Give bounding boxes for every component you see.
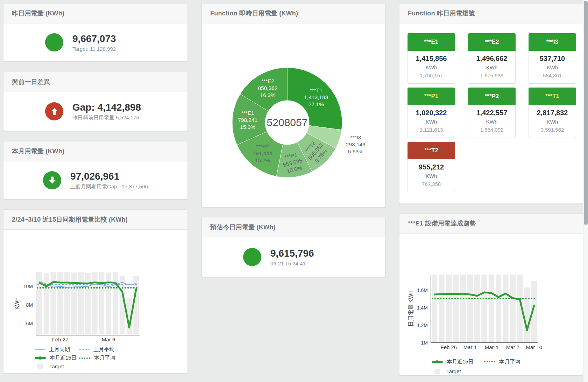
target-bar [496,275,501,343]
tile-body: 955,212KWh762,358 [408,159,455,192]
target-bar [510,275,516,343]
y-tick-label: 6M [26,321,33,326]
target-bar [446,275,452,343]
donut-label-line: 293,149 [346,141,366,147]
tile-unit: KWh [468,63,515,71]
estimate-card: 預估今日用電量 (KWh) 9,615,796 06-21 15:34:41 [201,217,385,277]
tile-body: 537,710KWh584,861 [529,51,576,84]
legend-item-last-month-avg[interactable]: 上月平均 [79,346,142,353]
tile-unit: KWh [529,63,576,71]
tile-body: 1,496,662KWh1,675,939 [468,51,516,84]
tile-body: 1,415,856KWh1,700,157 [408,51,455,84]
legend-label: 本月平均 [499,359,520,365]
tile-label: ***P2 [468,88,516,105]
legend-item-last-month[interactable]: 上月同期 [35,346,79,353]
tile-label: ***P1 [408,88,455,105]
tile-unit: KWh [408,63,455,71]
y-axis-label: 日用電量 KWh [408,291,414,327]
donut-label-line: 15.3% [240,124,255,130]
target-bar [85,273,91,335]
x-tick-label: Mar 1 [463,344,477,350]
target-bar [503,275,508,343]
legend-label: Target [446,368,461,374]
donut-label-line: 1,413,183 [304,94,328,100]
tile-target-value: 1,684,092 [468,126,515,134]
donut-label-line: 850,362 [258,85,278,91]
card-title: 本月用電量 (KWh) [3,141,187,161]
tile-value: 1,496,662 [468,54,515,63]
status-tile-p2[interactable]: ***P21,422,557KWh1,684,092 [468,88,516,138]
day-gap-card: 與前一日差異 Gap: 4,142,898 昨日與前日用電量 5,524,175 [3,72,188,131]
legend-label: 本月近15日 [50,355,77,361]
status-tile-t1[interactable]: ***T12,817,832KWh3,591,562 [529,88,576,138]
donut-label-line: ***E2 [261,78,274,84]
left-column: 昨日用電量 (KWh) 9,667,073 Target: 11,128,992… [3,3,188,375]
tile-target-value: 1,700,157 [408,71,455,79]
card-title: Function 即時日用電量 (KWh) [202,4,385,23]
up-arrow-icon [45,102,63,120]
card-title: 預估今日用電量 (KWh) [202,217,385,237]
stat-text: 9,615,796 06-21 15:34:41 [270,248,344,266]
compare-chart-card: 2/24~3/10 近15日同期用電量比較 (KWh) 6M8M10MFeb 2… [3,209,188,374]
legend-label: 本月平均 [94,355,115,361]
green-status-circle-icon [45,33,63,51]
estimate-body: 9,615,796 06-21 15:34:41 [202,237,385,277]
donut-slice-label: ***I3293,1495.63% [346,134,366,154]
x-tick-label: Mar 4 [485,344,498,350]
legend-item-target[interactable]: Target [432,367,484,375]
target-bar [64,272,70,335]
card-title: Function 昨日用電燈號 [399,4,583,23]
month-usage-value: 97,026,961 [70,171,148,182]
target-bar [113,272,118,335]
legend-item-this-month[interactable]: 本月近15日 [432,357,484,366]
yesterday-usage-target: Target: 11,128,992 [72,46,146,52]
tile-unit: KWh [408,172,455,180]
legend-item-this-month-avg[interactable]: 本月平均 [79,354,142,362]
tile-value: 1,422,557 [468,108,515,118]
card-title: 與前一日差異 [3,72,187,92]
trend-legend: 本月近15日 本月平均 Target [399,357,583,375]
compare-legend: 上月同期 上月平均 本月近15日 本月平均 Target [3,346,187,370]
tile-label: ***E2 [468,33,516,51]
month-usage-gap: 上個月同期用電Gap: -17,377,566 [70,183,148,190]
blue-dash-swatch [79,349,90,350]
scrollbar-thumb[interactable] [584,1,588,225]
realtime-donut-card: Function 即時日用電量 (KWh) ***T11,413,18327.1… [201,3,385,208]
tile-target-value: 762,358 [408,180,455,188]
status-tile-t2[interactable]: ***T2955,212KWh762,358 [408,142,455,192]
tile-unit: KWh [468,118,515,126]
target-bar [467,275,473,343]
target-bar [71,272,77,335]
status-tile-i3[interactable]: ***I3537,710KWh584,861 [529,33,576,84]
tile-label: ***T1 [529,88,576,105]
blue-line-swatch [35,349,45,350]
tile-unit: KWh [408,118,455,126]
legend-item-this-month[interactable]: 本月近15日 [35,354,79,362]
down-arrow-icon [43,171,61,189]
dashboard: 昨日用電量 (KWh) 9,667,073 Target: 11,128,992… [0,0,583,375]
month-usage-card: 本月用電量 (KWh) 97,026,961 上個月同期用電Gap: -17,3… [3,141,188,199]
legend-label: 上月同期 [49,346,70,353]
tile-target-value: 1,675,939 [468,71,515,79]
target-bar [489,275,494,343]
y-tick-label: 1.4M [417,305,428,311]
middle-column: Function 即時日用電量 (KWh) ***T11,413,18327.1… [201,3,385,375]
donut-label-line: 27.1% [309,101,324,107]
target-bar [439,275,444,343]
legend-item-this-month-avg[interactable]: 本月平均 [484,357,544,366]
estimate-timestamp: 06-21 15:34:41 [270,261,344,266]
legend-label: Target [49,363,64,369]
legend-item-target[interactable]: Target [35,363,79,370]
yesterday-usage-value: 9,667,073 [72,33,146,45]
y-tick-label: 10M [23,284,33,289]
right-column: Function 昨日用電燈號 ***E11,415,856KWh1,700,1… [399,3,583,375]
target-bar [474,275,480,343]
status-tile-p1[interactable]: ***P11,020,322KWh1,121,613 [408,88,455,138]
donut-label-line: 798,241 [238,117,257,123]
status-tile-e2[interactable]: ***E21,496,662KWh1,675,939 [468,33,516,84]
y-tick-label: 1.2M [417,322,428,328]
card-title: 2/24~3/10 近15日同期用電量比較 (KWh) [3,210,187,230]
status-tile-e1[interactable]: ***E11,415,856KWh1,700,157 [408,33,455,84]
page-scrollbar[interactable] [583,0,588,382]
tile-target-value: 3,591,562 [529,126,576,134]
